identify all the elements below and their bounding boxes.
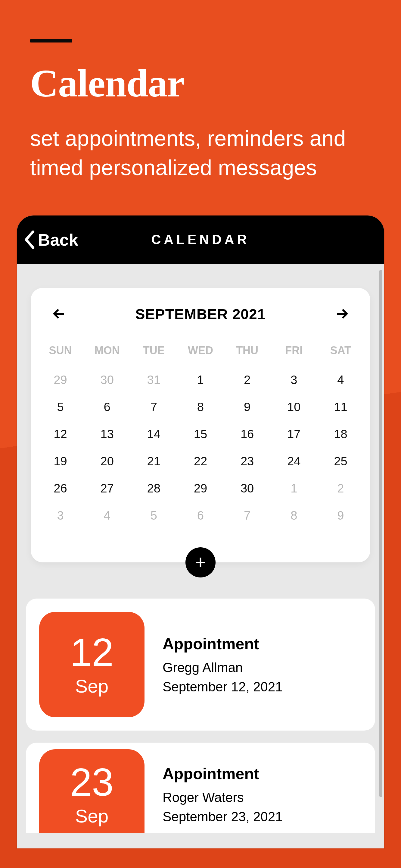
calendar-day-cell[interactable]: 5	[37, 394, 83, 420]
calendar-grid: SUNMONTUEWEDTHUFRISAT 293031123456789101…	[37, 344, 364, 529]
calendar-day-cell[interactable]: 20	[84, 448, 130, 474]
calendar-day-cell[interactable]: 24	[271, 448, 317, 474]
day-header: SAT	[318, 344, 364, 366]
day-header: MON	[84, 344, 130, 366]
decorative-bar	[30, 39, 72, 42]
calendar-day-cell[interactable]: 30	[224, 475, 270, 501]
calendar-day-cell[interactable]: 8	[177, 394, 223, 420]
calendar-day-cell[interactable]: 23	[224, 448, 270, 474]
calendar-day-cell[interactable]: 7	[131, 394, 177, 420]
calendar-day-cell[interactable]: 25	[318, 448, 364, 474]
calendar-day-cell[interactable]: 6	[177, 502, 223, 529]
event-month: Sep	[75, 805, 108, 827]
day-header: TUE	[131, 344, 177, 366]
event-card[interactable]: 23SepAppointmentRoger WatersSeptember 23…	[26, 743, 375, 833]
calendar-day-cell[interactable]: 2	[224, 367, 270, 393]
calendar-day-cell[interactable]: 18	[318, 421, 364, 447]
next-month-button[interactable]	[335, 307, 349, 322]
calendar-day-cell[interactable]: 19	[37, 448, 83, 474]
calendar-day-cell[interactable]: 27	[84, 475, 130, 501]
calendar-day-cell[interactable]: 10	[271, 394, 317, 420]
calendar-day-cell[interactable]: 2	[318, 475, 364, 501]
arrow-left-icon	[52, 307, 66, 321]
calendar-day-cell[interactable]: 6	[84, 394, 130, 420]
calendar-day-cell[interactable]: 31	[131, 367, 177, 393]
calendar-day-cell[interactable]: 4	[318, 367, 364, 393]
add-event-button[interactable]: +	[186, 547, 215, 578]
calendar-day-cell[interactable]: 16	[224, 421, 270, 447]
calendar-month-label: SEPTEMBER 2021	[135, 306, 266, 322]
event-date-badge: 12Sep	[39, 612, 144, 717]
event-info: AppointmentGregg AllmanSeptember 12, 202…	[163, 635, 283, 694]
event-date-badge: 23Sep	[39, 749, 144, 833]
chevron-left-icon	[24, 230, 36, 249]
calendar-day-cell[interactable]: 5	[131, 502, 177, 529]
calendar-day-cell[interactable]: 13	[84, 421, 130, 447]
calendar-day-cell[interactable]: 3	[37, 502, 83, 529]
calendar-day-cell[interactable]: 7	[224, 502, 270, 529]
calendar-day-cell[interactable]: 8	[271, 502, 317, 529]
plus-icon: +	[195, 551, 206, 574]
event-date: September 23, 2021	[163, 809, 283, 824]
back-label: Back	[38, 230, 78, 250]
day-header: WED	[177, 344, 223, 366]
page-subtitle: set appointments, reminders and timed pe…	[30, 124, 361, 182]
calendar-day-cell[interactable]: 30	[84, 367, 130, 393]
calendar-day-cell[interactable]: 12	[37, 421, 83, 447]
calendar-day-cell[interactable]: 1	[271, 475, 317, 501]
event-month: Sep	[75, 675, 108, 697]
event-day: 23	[70, 763, 114, 802]
calendar-day-cell[interactable]: 21	[131, 448, 177, 474]
page-title: Calendar	[30, 61, 371, 106]
calendar-day-cell[interactable]: 29	[37, 367, 83, 393]
event-date: September 12, 2021	[163, 679, 283, 694]
calendar-day-cell[interactable]: 22	[177, 448, 223, 474]
calendar-day-cell[interactable]: 15	[177, 421, 223, 447]
event-card[interactable]: 12SepAppointmentGregg AllmanSeptember 12…	[26, 598, 375, 731]
hero-section: Calendar set appointments, reminders and…	[0, 0, 401, 182]
calendar-day-cell[interactable]: 11	[318, 394, 364, 420]
phone-frame: Back CALENDAR SEPTEMBER 2021	[17, 216, 384, 848]
day-header: SUN	[37, 344, 83, 366]
calendar-day-cell[interactable]: 9	[318, 502, 364, 529]
calendar-day-cell[interactable]: 17	[271, 421, 317, 447]
day-header: THU	[224, 344, 270, 366]
calendar-day-cell[interactable]: 4	[84, 502, 130, 529]
event-type: Appointment	[163, 635, 283, 653]
calendar-day-cell[interactable]: 1	[177, 367, 223, 393]
calendar-day-cell[interactable]: 26	[37, 475, 83, 501]
back-button[interactable]: Back	[24, 230, 78, 250]
scrollbar[interactable]	[379, 270, 382, 797]
calendar-day-cell[interactable]: 28	[131, 475, 177, 501]
day-header: FRI	[271, 344, 317, 366]
event-day: 12	[70, 632, 114, 672]
calendar-card: SEPTEMBER 2021 SUNMONTUEWEDTHUFRISAT 293…	[31, 288, 370, 562]
event-type: Appointment	[163, 765, 283, 783]
calendar-day-cell[interactable]: 3	[271, 367, 317, 393]
app-topbar: Back CALENDAR	[17, 216, 384, 264]
arrow-right-icon	[335, 307, 349, 321]
events-list: 12SepAppointmentGregg AllmanSeptember 12…	[26, 598, 375, 833]
phone-body: SEPTEMBER 2021 SUNMONTUEWEDTHUFRISAT 293…	[17, 264, 384, 848]
event-info: AppointmentRoger WatersSeptember 23, 202…	[163, 765, 283, 824]
event-person: Roger Waters	[163, 790, 283, 805]
calendar-day-cell[interactable]: 14	[131, 421, 177, 447]
calendar-day-cell[interactable]: 9	[224, 394, 270, 420]
event-person: Gregg Allman	[163, 660, 283, 675]
prev-month-button[interactable]	[52, 307, 66, 322]
calendar-day-cell[interactable]: 29	[177, 475, 223, 501]
